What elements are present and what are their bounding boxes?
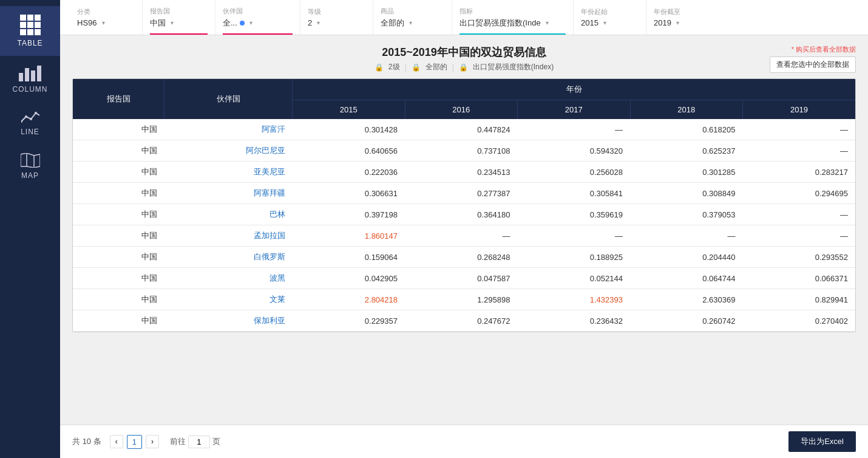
value-cell: 0.052144 [518, 268, 630, 289]
partner-cell: 波黑 [164, 268, 293, 289]
value-cell: 0.618205 [630, 119, 742, 140]
value-cell: 0.222036 [293, 162, 405, 183]
view-all-button[interactable]: 查看您选中的全部数据 [770, 56, 856, 73]
value-cell: — [742, 225, 855, 247]
chevron-down-icon: ▾ [409, 19, 412, 26]
filter-level-value[interactable]: 2 ▾ [308, 18, 365, 27]
value-cell: — [518, 225, 630, 247]
meta-commodity: 全部的 [426, 62, 447, 72]
data-table: 报告国 伙伴国 年份 20152016201720182019 中国阿富汗0.3… [73, 79, 855, 332]
partner-cell: 孟加拉国 [164, 225, 293, 247]
col-header-reporter: 报告国 [73, 79, 164, 119]
title-meta: 🔒 2级 | 🔒 全部的 | 🔒 出口贸易强度指数(Index) [72, 62, 856, 72]
table-row: 中国白俄罗斯0.1590640.2682480.1889250.2044400.… [73, 247, 855, 268]
value-cell: 1.432393 [518, 289, 630, 310]
meta-level: 2级 [388, 62, 400, 72]
value-cell: 0.247672 [405, 310, 517, 332]
chevron-down-icon: ▾ [171, 19, 174, 26]
top-right-actions: * 购买后查看全部数据 查看您选中的全部数据 [770, 45, 856, 73]
filter-year-end[interactable]: 年份截至 2019 ▾ [646, 0, 719, 35]
reporter-cell: 中国 [73, 162, 164, 183]
filter-level[interactable]: 等级 2 ▾ [300, 0, 373, 35]
partner-cell: 白俄罗斯 [164, 247, 293, 268]
filter-indicator[interactable]: 指标 出口贸易强度指数(Inde ▾ [452, 0, 574, 35]
col-header-2018: 2018 [630, 100, 742, 120]
filter-reporter[interactable]: 报告国 中国 ▾ [143, 0, 215, 35]
sidebar-item-column[interactable]: COLUMN [0, 56, 60, 102]
next-page-button[interactable]: › [146, 435, 159, 448]
filter-category-value[interactable]: HS96 ▾ [77, 18, 135, 27]
value-cell: 0.737108 [405, 140, 517, 162]
value-cell: — [630, 225, 742, 247]
value-cell: 0.308849 [630, 183, 742, 204]
total-count: 10 [83, 437, 91, 446]
filter-commodity[interactable]: 商品 全部的 ▾ [373, 0, 452, 35]
content-area: 2015~2019年中国的双边贸易信息 🔒 2级 | 🔒 全部的 | 🔒 出口贸… [60, 35, 868, 425]
sidebar: TABLE COLUMN LINE MAP [0, 0, 60, 458]
sidebar-item-line[interactable]: LINE [0, 102, 60, 145]
filter-partner-value[interactable]: 全... ▾ [223, 18, 293, 29]
goto-input[interactable] [188, 436, 210, 448]
filter-reporter-value[interactable]: 中国 ▾ [150, 18, 208, 29]
meta-level-icon: 🔒 [375, 63, 384, 72]
partner-cell: 巴林 [164, 204, 293, 225]
col-header-2015: 2015 [293, 100, 405, 120]
buy-note: * 购买后查看全部数据 [792, 45, 856, 54]
partner-cell: 阿尔巴尼亚 [164, 140, 293, 162]
filter-bar: 分类 HS96 ▾ 报告国 中国 ▾ 伙伴国 全... ▾ 等级 [60, 0, 868, 35]
pagination: 共 10 条 ‹ 1 › 前往 页 [72, 435, 220, 449]
col-header-2019: 2019 [742, 100, 855, 120]
value-cell: 0.260742 [630, 310, 742, 332]
sidebar-item-line-label: LINE [21, 128, 39, 136]
total-label: 共 10 条 [72, 436, 101, 447]
map-icon [21, 153, 40, 168]
value-cell: — [742, 140, 855, 162]
value-cell: 2.804218 [293, 289, 405, 310]
export-button[interactable]: 导出为Excel [788, 431, 856, 452]
filter-year-start-value[interactable]: 2015 ▾ [581, 18, 639, 27]
chevron-down-icon: ▾ [546, 19, 549, 26]
filter-year-end-label: 年份截至 [654, 7, 712, 16]
value-cell: 0.359619 [518, 204, 630, 225]
partner-cell: 保加利亚 [164, 310, 293, 332]
value-cell: 0.301285 [630, 162, 742, 183]
line-icon [21, 111, 39, 124]
value-cell: 1.860147 [293, 225, 405, 247]
title-section: 2015~2019年中国的双边贸易信息 🔒 2级 | 🔒 全部的 | 🔒 出口贸… [72, 45, 856, 72]
prev-page-button[interactable]: ‹ [110, 435, 123, 448]
reporter-cell: 中国 [73, 247, 164, 268]
value-cell: 0.234513 [405, 162, 517, 183]
value-cell: 0.293552 [742, 247, 855, 268]
table-icon [20, 15, 41, 35]
filter-partner[interactable]: 伙伴国 全... ▾ [215, 0, 300, 35]
filter-indicator-value[interactable]: 出口贸易强度指数(Inde ▾ [459, 18, 566, 29]
reporter-cell: 中国 [73, 310, 164, 332]
table-row: 中国阿塞拜疆0.3066310.2773870.3058410.3088490.… [73, 183, 855, 204]
table-row: 中国亚美尼亚0.2220360.2345130.2560280.3012850.… [73, 162, 855, 183]
svg-point-1 [25, 115, 27, 118]
filter-year-start[interactable]: 年份起始 2015 ▾ [574, 0, 646, 35]
page-title: 2015~2019年中国的双边贸易信息 [72, 45, 856, 60]
reporter-cell: 中国 [73, 183, 164, 204]
value-cell: 0.625237 [630, 140, 742, 162]
value-cell: 0.379053 [630, 204, 742, 225]
value-cell: 0.229357 [293, 310, 405, 332]
filter-category[interactable]: 分类 HS96 ▾ [70, 0, 143, 35]
value-cell: 0.305841 [518, 183, 630, 204]
table-row: 中国文莱2.8042181.2958981.4323932.6303690.82… [73, 289, 855, 310]
value-cell: 0.042905 [293, 268, 405, 289]
svg-point-2 [30, 118, 32, 120]
sidebar-item-table[interactable]: TABLE [0, 6, 60, 56]
partner-cell: 阿塞拜疆 [164, 183, 293, 204]
table-row: 中国保加利亚0.2293570.2476720.2364320.2607420.… [73, 310, 855, 332]
filter-year-end-value[interactable]: 2019 ▾ [654, 18, 712, 27]
value-cell: 0.256028 [518, 162, 630, 183]
value-cell: 0.447824 [405, 119, 517, 140]
table-row: 中国阿富汗0.3014280.447824—0.618205— [73, 119, 855, 140]
partner-cell: 阿富汗 [164, 119, 293, 140]
reporter-cell: 中国 [73, 289, 164, 310]
value-cell: 0.640656 [293, 140, 405, 162]
filter-commodity-value[interactable]: 全部的 ▾ [381, 18, 444, 29]
sidebar-item-map[interactable]: MAP [0, 145, 60, 188]
col-header-2016: 2016 [405, 100, 517, 120]
